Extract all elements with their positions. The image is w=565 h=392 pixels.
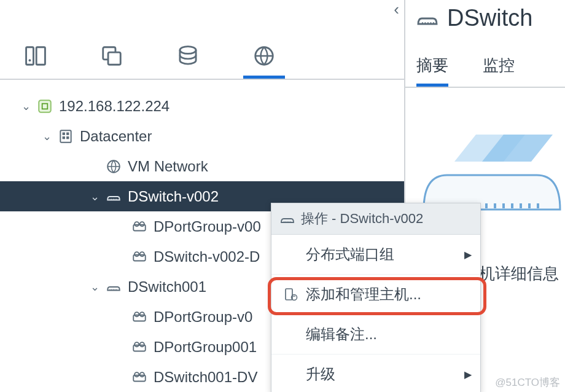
dswitch-icon — [103, 279, 124, 295]
tree-label: DSwitch-v002 — [124, 188, 219, 205]
portgroup-icon — [129, 219, 150, 235]
svg-rect-11 — [63, 136, 65, 139]
menu-upgrade[interactable]: 升级 ▶ — [271, 355, 480, 392]
svg-rect-7 — [39, 100, 51, 112]
svg-point-28 — [140, 372, 144, 377]
networking-icon — [252, 44, 276, 68]
svg-rect-0 — [26, 47, 34, 65]
tree-vcenter[interactable]: ⌄ 192.168.122.224 — [0, 91, 404, 121]
context-menu-header: 操作 - DSwitch-v002 — [271, 203, 480, 235]
tab-hosts-clusters[interactable] — [15, 44, 56, 79]
dswitch-icon — [103, 189, 124, 205]
add-hosts-icon — [282, 287, 298, 302]
hosts-icon — [24, 44, 47, 68]
vcenter-icon — [34, 98, 55, 114]
svg-point-25 — [140, 342, 144, 347]
dswitch-icon — [280, 211, 295, 226]
svg-point-18 — [134, 252, 139, 256]
nav-collapse-chevron[interactable]: ‹ — [394, 1, 399, 17]
tree-vm-network[interactable]: VM Network — [0, 151, 404, 181]
menu-label: 分布式端口组 — [306, 245, 394, 264]
detail-tabs: 摘要 监控 — [405, 31, 565, 88]
portgroup-icon — [129, 309, 150, 325]
tab-summary[interactable]: 摘要 — [416, 55, 448, 87]
tree-label: 192.168.122.224 — [55, 98, 170, 115]
chevron-down-icon[interactable]: ⌄ — [86, 190, 103, 203]
svg-rect-9 — [63, 132, 65, 135]
host-detail-text: 机详细信息 — [479, 263, 559, 284]
menu-label: 添加和管理主机... — [306, 284, 421, 304]
tab-networking[interactable] — [243, 44, 285, 79]
page-title: DSwitch — [405, 0, 565, 31]
storage-icon — [176, 44, 200, 68]
nav-tabs — [0, 0, 404, 80]
tree-label: DSwitch-v002-D — [150, 248, 260, 265]
svg-point-27 — [134, 372, 139, 377]
context-menu-title: 操作 - DSwitch-v002 — [301, 210, 423, 228]
chevron-down-icon[interactable]: ⌄ — [86, 280, 103, 294]
svg-rect-1 — [36, 47, 45, 65]
menu-distributed-portgroup[interactable]: 分布式端口组 ▶ — [271, 235, 480, 275]
portgroup-icon — [129, 249, 150, 265]
tree-label: DPortGroup-v00 — [150, 218, 261, 235]
svg-rect-4 — [108, 52, 120, 65]
menu-label: 编辑备注... — [306, 324, 377, 344]
network-icon — [103, 159, 124, 174]
page-title-text: DSwitch — [447, 5, 532, 31]
tree-datacenter[interactable]: ⌄ Datacenter — [0, 121, 404, 151]
menu-edit-notes[interactable]: 编辑备注... — [271, 315, 480, 355]
tree-label: DSwitch001 — [124, 278, 206, 296]
tree-label: DSwitch001-DV — [150, 369, 257, 386]
svg-point-24 — [134, 342, 139, 347]
tab-monitor[interactable]: 监控 — [483, 55, 515, 87]
svg-point-2 — [29, 59, 31, 61]
tree-label: VM Network — [124, 158, 208, 175]
svg-point-15 — [134, 222, 139, 226]
svg-rect-8 — [60, 130, 71, 143]
menu-label: 升级 — [306, 364, 335, 384]
chevron-down-icon[interactable]: ⌄ — [38, 130, 55, 143]
chevron-down-icon[interactable]: ⌄ — [17, 100, 34, 113]
svg-point-21 — [134, 312, 139, 316]
menu-add-manage-hosts[interactable]: 添加和管理主机... — [271, 275, 480, 315]
tab-storage[interactable] — [167, 44, 209, 79]
svg-point-22 — [140, 312, 144, 316]
vms-icon — [100, 44, 123, 68]
submenu-arrow-icon: ▶ — [464, 369, 472, 380]
context-menu: 操作 - DSwitch-v002 分布式端口组 ▶ 添加和管理主机... 编辑… — [271, 203, 481, 392]
tab-vms-templates[interactable] — [91, 44, 133, 79]
svg-rect-12 — [66, 136, 69, 139]
svg-rect-10 — [66, 132, 69, 135]
datacenter-icon — [55, 128, 76, 144]
svg-point-5 — [180, 47, 196, 54]
submenu-arrow-icon: ▶ — [464, 249, 472, 261]
tree-label: Datacenter — [76, 128, 152, 145]
portgroup-icon — [129, 369, 150, 385]
portgroup-icon — [129, 339, 150, 355]
svg-point-19 — [140, 252, 144, 256]
tree-label: DPortGroup-v0 — [150, 308, 252, 326]
watermark: @51CTO博客 — [495, 375, 560, 390]
dswitch-icon — [416, 7, 438, 29]
svg-point-16 — [140, 222, 144, 226]
tree-label: DPortGroup001 — [150, 339, 257, 356]
